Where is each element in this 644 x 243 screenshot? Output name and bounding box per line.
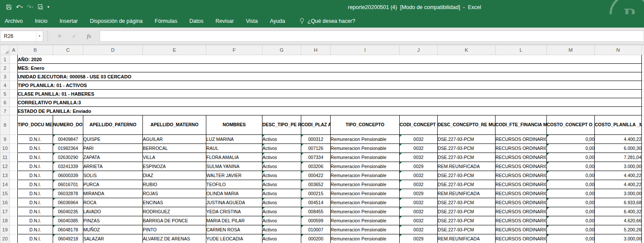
data-cell[interactable]: 06032878 [53,189,83,198]
cell[interactable] [10,180,18,189]
cell[interactable] [642,98,644,107]
cell[interactable] [10,72,18,81]
data-cell[interactable]: RECURSOS ORDINARIOS [496,180,547,189]
data-cell[interactable]: DSE.227-93-PCM [438,144,496,153]
data-cell[interactable]: 0032 [400,153,438,162]
data-cell[interactable]: 003206 [301,162,331,171]
cell[interactable] [10,153,18,162]
cell[interactable] [642,135,644,144]
cancel-button[interactable]: ✕ [52,33,67,39]
table-header-cell[interactable]: CODI_FTE_FINANCIA MIENTO [496,115,547,135]
data-cell[interactable]: D.N.I. [18,144,53,153]
data-cell[interactable]: 008455 [301,207,331,216]
data-cell[interactable]: Activos [262,180,301,189]
ribbon-tab-disposicion-de-pagina[interactable]: Disposición de página [90,18,142,24]
row-header-6[interactable]: 6 [0,98,10,107]
table-header-cell[interactable]: APELLIDO_PATERNO [83,115,143,135]
cell[interactable] [10,64,18,72]
undo-button[interactable]: ↶▾ [15,3,24,11]
data-cell[interactable]: ROJAS [143,189,206,198]
row-header-12[interactable]: 12 [0,162,10,171]
data-cell[interactable]: 0,00 [547,234,595,243]
data-cell[interactable]: Remuneracion Pensionable [331,135,400,144]
cell[interactable] [642,115,644,135]
data-cell[interactable]: RECURSOS ORDINARIOS [496,225,547,234]
data-cell[interactable]: 0029 [400,234,438,243]
data-cell[interactable]: 0,00 [547,153,595,162]
data-cell[interactable]: 0,00 [547,216,595,225]
column-header-g[interactable]: G [262,45,301,55]
data-cell[interactable]: 3.000,00 [595,162,642,171]
data-cell[interactable]: 00409847 [53,135,83,144]
data-cell[interactable]: AGUILAR [143,135,206,144]
report-meta-line[interactable]: ESTADO DE PLANILLA: Enviado [18,107,642,115]
cell[interactable] [10,135,18,144]
cell[interactable] [10,189,18,198]
cell[interactable] [642,64,644,72]
row-header-13[interactable]: 13 [0,171,10,180]
data-cell[interactable]: 000215 [301,189,331,198]
table-header-cell[interactable]: DESC_TIPO_PE RSONA [262,115,301,135]
ribbon-tab-vista[interactable]: Vista [246,18,258,24]
data-cell[interactable]: YEDA CRISTINA [206,207,262,216]
data-cell[interactable]: 0,00 [547,144,595,153]
data-cell[interactable]: 4.400,22 [595,180,642,189]
data-cell[interactable]: PINTO [143,225,206,234]
data-cell[interactable]: ESPINOZA [143,162,206,171]
data-cell[interactable]: RODRIGUEZ [143,207,206,216]
cell[interactable] [10,55,18,64]
column-header-b[interactable]: B [18,45,53,55]
redo-dropdown-icon[interactable]: ▾ [32,6,33,9]
ribbon-tab-inicio[interactable]: Inicio [35,18,47,24]
data-cell[interactable]: 06040385 [53,216,83,225]
data-cell[interactable]: Activos [262,234,301,243]
data-cell[interactable]: 6.400,32 [595,207,642,216]
table-header-cell[interactable]: CODI_CONCEPT O_REMUNERACI ON [400,115,438,135]
column-header-l[interactable]: L [496,45,547,55]
table-header-cell[interactable]: TIPO_CONCEPTO [331,115,400,135]
data-cell[interactable]: D.N.I. [18,135,53,144]
data-cell[interactable]: SULMA YANINA [206,162,262,171]
row-header-3[interactable]: 3 [0,72,10,81]
data-cell[interactable]: SOLIS [83,171,143,180]
name-box[interactable]: R26 ▼ [0,31,43,42]
row-header-15[interactable]: 15 [0,189,10,198]
data-cell[interactable]: Remuneracion Pensionable [331,225,400,234]
customize-qat-button[interactable]: ▾ [46,4,51,10]
ribbon-tab-insertar[interactable]: Insertar [60,18,78,24]
cell[interactable] [642,180,644,189]
data-cell[interactable]: 0032 [400,198,438,207]
cell[interactable] [10,107,18,115]
data-cell[interactable]: D.N.I. [18,207,53,216]
data-cell[interactable]: 0032 [400,171,438,180]
data-cell[interactable]: 0,00 [547,162,595,171]
cell[interactable] [10,234,18,243]
data-cell[interactable]: 06016701 [53,180,83,189]
data-cell[interactable]: PARI [83,144,143,153]
data-cell[interactable]: LAVADO [83,207,143,216]
data-cell[interactable]: 000200 [301,234,331,243]
ribbon-tab-archivo[interactable]: Archivo [5,18,23,24]
data-cell[interactable]: 007126 [301,144,331,153]
table-header-cell[interactable]: CODI_PLAZ A [301,115,331,135]
data-cell[interactable]: Activos [262,153,301,162]
cell[interactable] [642,171,644,180]
data-cell[interactable]: 6.933,68 [595,198,642,207]
table-header-cell[interactable]: COSTO_CONCEPT O_PROGRAMADO [547,115,595,135]
redo-button[interactable]: ↷▾ [25,3,34,11]
formula-input[interactable] [100,31,644,42]
ribbon-tab-formulas[interactable]: Fórmulas [155,18,177,24]
data-cell[interactable]: 000599 [301,216,331,225]
data-cell[interactable]: REM.REUNIFICADA [438,189,496,198]
cell[interactable] [642,72,644,81]
row-header-1[interactable]: 1 [0,55,10,64]
data-cell[interactable]: Activos [262,225,301,234]
data-cell[interactable]: 0032 [400,225,438,234]
data-cell[interactable]: 06036964 [53,198,83,207]
report-meta-line[interactable]: TIPO PLANILLA: 01 - ACTIVOS [18,81,642,90]
data-cell[interactable]: DIAZ [143,171,206,180]
data-cell[interactable]: PURCA [83,180,143,189]
row-header-14[interactable]: 14 [0,180,10,189]
data-cell[interactable]: LUZ MARINA [206,135,262,144]
data-cell[interactable]: CARMEN ROSA [206,225,262,234]
